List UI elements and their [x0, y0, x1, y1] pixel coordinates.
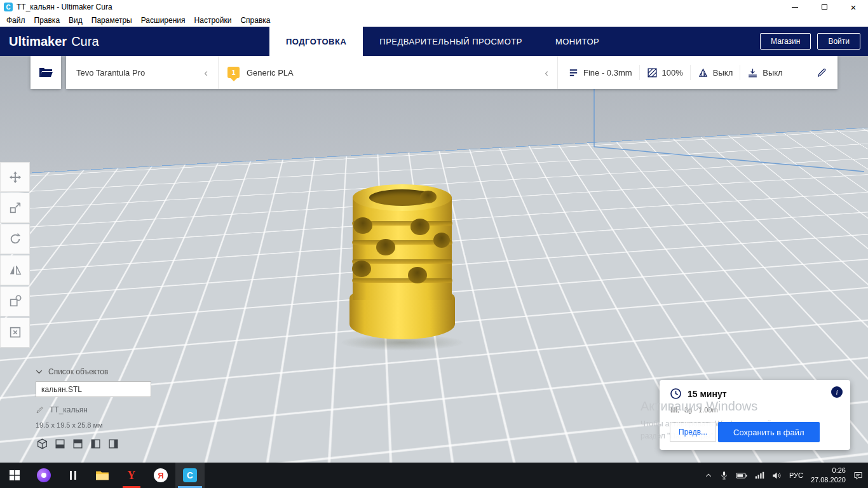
open-file-button[interactable] — [31, 56, 61, 89]
view-3d-button[interactable] — [36, 437, 48, 450]
view-top-button[interactable] — [71, 437, 84, 450]
taskbar-time: 0:26 — [832, 466, 846, 474]
per-model-settings-tool[interactable] — [0, 287, 30, 316]
tray-network-button[interactable] — [755, 471, 764, 479]
maximize-button[interactable] — [810, 0, 839, 14]
rename-pencil-icon[interactable] — [36, 406, 44, 414]
yandex-browser-icon — [128, 469, 136, 482]
window-title: TT_кальян - Ultimaker Cura — [17, 3, 112, 11]
support-blocker-tool[interactable] — [0, 318, 30, 348]
chevron-down-icon — [36, 370, 43, 374]
view-right-button[interactable] — [107, 437, 119, 450]
taskbar-yandex-browser-button[interactable] — [117, 463, 146, 488]
object-list: Список объектов TT_кальян 19.5 x 19.5 x … — [36, 367, 151, 450]
adhesion-icon — [747, 67, 758, 78]
chevron-left-icon — [545, 67, 548, 78]
object-list-toggle[interactable]: Список объектов — [36, 367, 151, 376]
bars-icon — [70, 471, 76, 480]
cura-logo: Ultimaker Cura — [9, 27, 99, 56]
language-indicator[interactable]: РУС — [789, 471, 803, 479]
chevron-left-icon — [204, 67, 208, 78]
job-name: TT_кальян — [50, 405, 88, 414]
tool-column — [0, 162, 31, 349]
folder-open-icon — [38, 65, 53, 80]
tray-microphone-button[interactable] — [720, 471, 728, 480]
model-kalyan[interactable] — [349, 184, 456, 344]
material-selector[interactable]: 1 Generic PLA — [219, 56, 558, 89]
menu-file[interactable]: Файл — [2, 16, 30, 25]
extruder-badge: 1 — [227, 67, 240, 78]
menubar: Файл Правка Вид Параметры Расширения Нас… — [0, 14, 868, 27]
alice-icon — [37, 468, 51, 482]
battery-icon — [736, 472, 747, 479]
view-presets — [36, 437, 151, 450]
rotate-tool[interactable] — [0, 224, 30, 254]
config-main-panel: Tevo Tarantula Pro 1 Generic PLA Fine - … — [66, 56, 837, 89]
taskbar-alice-button[interactable] — [29, 463, 58, 488]
tray-expand-button[interactable] — [705, 471, 712, 479]
close-button[interactable] — [839, 0, 868, 14]
adhesion-value: Выкл — [763, 68, 782, 78]
view-front-button[interactable] — [53, 437, 66, 450]
preview-button[interactable]: Предв... — [670, 423, 716, 442]
view-left-button[interactable] — [89, 437, 102, 450]
support-value: Выкл — [713, 68, 733, 78]
edit-settings-button[interactable] — [817, 67, 827, 78]
model-hole — [420, 191, 437, 203]
windows-logo-icon — [10, 470, 20, 480]
job-name-row: TT_кальян — [36, 405, 151, 414]
layer-height-icon — [568, 67, 579, 78]
view-front-icon — [55, 438, 65, 449]
mirror-tool[interactable] — [0, 255, 30, 285]
microphone-icon — [720, 471, 728, 480]
material-usage-row: 3g · 1.00m — [670, 406, 718, 414]
cura-window: TT_кальян - Ultimaker Cura Файл Правка В… — [0, 0, 868, 488]
spool-icon — [670, 406, 679, 414]
model-groove — [352, 278, 452, 283]
menu-preferences[interactable]: Настройки — [190, 16, 236, 25]
tray-battery-button[interactable] — [736, 472, 747, 479]
menu-help[interactable]: Справка — [236, 16, 275, 25]
tab-preview[interactable]: ПРЕДВАРИТЕЛЬНЫЙ ПРОСМОТР — [363, 27, 539, 56]
taskbar-pinned-app-button[interactable] — [58, 463, 88, 488]
start-button[interactable] — [0, 463, 29, 488]
model-hole — [410, 219, 430, 235]
object-list-title: Список объектов — [48, 367, 108, 376]
menu-extensions[interactable]: Расширения — [137, 16, 190, 25]
menu-edit[interactable]: Правка — [30, 16, 65, 25]
view-top-icon — [72, 438, 83, 449]
tab-prepare[interactable]: ПОДГОТОВКА — [269, 27, 363, 56]
yandex-icon — [154, 468, 168, 482]
print-settings-selector[interactable]: Fine - 0.3mm 100% Выкл — [558, 56, 837, 89]
support-icon — [698, 67, 709, 78]
taskbar-yandex-button[interactable] — [146, 463, 175, 488]
network-icon — [755, 471, 764, 479]
material-estimate: 3g · 1.00m — [684, 406, 718, 414]
divider — [740, 65, 740, 80]
tab-monitor[interactable]: МОНИТОР — [539, 27, 616, 56]
signin-button[interactable]: Войти — [817, 33, 860, 50]
save-to-file-button[interactable]: Сохранить в файл — [718, 422, 820, 442]
menu-view[interactable]: Вид — [64, 16, 87, 25]
marketplace-button[interactable]: Магазин — [760, 33, 811, 50]
scale-tool[interactable] — [0, 193, 30, 223]
printer-selector[interactable]: Tevo Tarantula Pro — [66, 56, 219, 89]
info-icon[interactable] — [831, 386, 843, 398]
taskbar-cura-button[interactable] — [175, 463, 205, 488]
divider — [639, 65, 640, 80]
window-controls — [780, 0, 868, 14]
clock-icon — [670, 388, 682, 400]
object-name-input[interactable] — [36, 381, 151, 397]
stage-tabs: ПОДГОТОВКА ПРЕДВАРИТЕЛЬНЫЙ ПРОСМОТР МОНИ… — [269, 27, 616, 56]
tray-volume-button[interactable] — [772, 471, 782, 480]
taskbar-explorer-button[interactable] — [88, 463, 117, 488]
menu-settings[interactable]: Параметры — [87, 16, 137, 25]
mirror-icon — [8, 263, 22, 277]
action-center-button[interactable] — [853, 471, 863, 480]
support-setting: Выкл — [698, 67, 733, 78]
per-model-settings-icon — [8, 294, 22, 308]
move-tool[interactable] — [0, 162, 30, 192]
model-base — [349, 294, 455, 339]
taskbar-clock[interactable]: 0:26 27.08.2020 — [811, 466, 846, 485]
minimize-button[interactable] — [780, 0, 810, 14]
